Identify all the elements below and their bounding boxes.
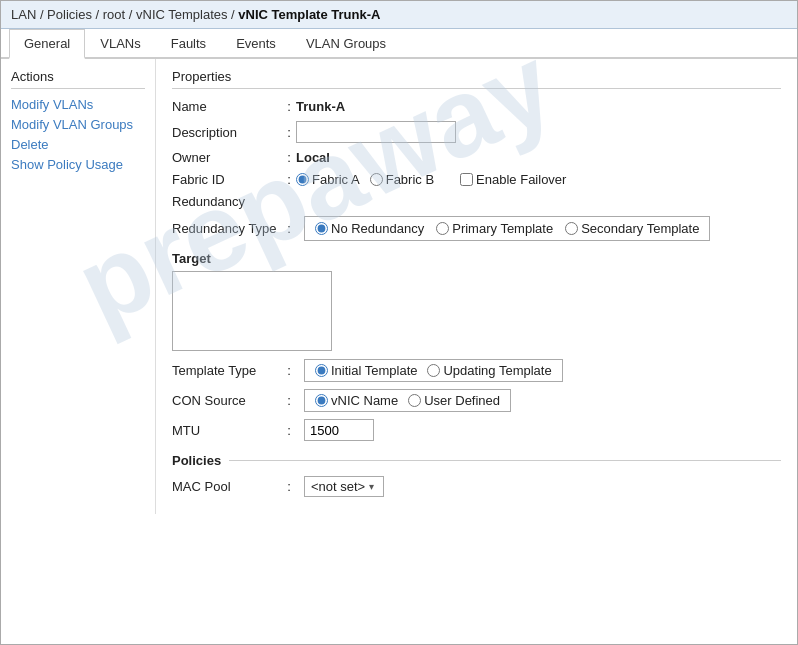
name-text: Trunk-A (296, 99, 345, 114)
primary-template-radio[interactable] (436, 222, 449, 235)
policies-title-row: Policies (172, 453, 781, 468)
primary-template-label: Primary Template (452, 221, 553, 236)
vnic-name-label: vNIC Name (331, 393, 398, 408)
target-title: Target (172, 251, 781, 266)
template-type-box: Initial Template Updating Template (304, 359, 563, 382)
secondary-template-option[interactable]: Secondary Template (565, 221, 699, 236)
secondary-template-label: Secondary Template (581, 221, 699, 236)
description-label: Description (172, 125, 282, 140)
sidebar-link-show-policy-usage[interactable]: Show Policy Usage (11, 157, 145, 172)
fabric-b-option[interactable]: Fabric B (370, 172, 434, 187)
redundancy-type-box: No Redundancy Primary Template Secondary… (304, 216, 710, 241)
mtu-input[interactable] (304, 419, 374, 441)
name-row: Name : Trunk-A (172, 99, 781, 114)
template-type-row: Template Type : Initial Template Updatin… (172, 359, 781, 382)
redundancy-type-label: Redundancy Type (172, 221, 282, 236)
owner-text: Local (296, 150, 330, 165)
initial-template-option[interactable]: Initial Template (315, 363, 417, 378)
primary-template-option[interactable]: Primary Template (436, 221, 553, 236)
fabric-a-radio[interactable] (296, 173, 309, 186)
breadcrumb-current: vNIC Template Trunk-A (238, 7, 380, 22)
owner-label: Owner (172, 150, 282, 165)
breadcrumb-path: LAN / Policies / root / vNIC Templates / (11, 7, 238, 22)
dropdown-arrow-icon: ▾ (369, 481, 374, 492)
initial-template-radio[interactable] (315, 364, 328, 377)
policies-title: Policies (172, 453, 221, 468)
redundancy-label: Redundancy (172, 194, 282, 209)
tab-events[interactable]: Events (221, 29, 291, 59)
vnic-name-option[interactable]: vNIC Name (315, 393, 398, 408)
tab-general[interactable]: General (9, 29, 85, 59)
policies-section: Policies MAC Pool : <not set> ▾ (172, 453, 781, 497)
fabric-b-label: Fabric B (386, 172, 434, 187)
fabric-b-radio[interactable] (370, 173, 383, 186)
fabric-a-option[interactable]: Fabric A (296, 172, 360, 187)
updating-template-label: Updating Template (443, 363, 551, 378)
mac-pool-label: MAC Pool (172, 479, 282, 494)
description-value (296, 121, 456, 143)
secondary-template-radio[interactable] (565, 222, 578, 235)
fabric-id-value: Fabric A Fabric B Enable Failover (296, 172, 566, 187)
fabric-id-row: Fabric ID : Fabric A Fabric B Enable Fai… (172, 172, 781, 187)
user-defined-radio[interactable] (408, 394, 421, 407)
enable-failover-option[interactable]: Enable Failover (460, 172, 566, 187)
updating-template-option[interactable]: Updating Template (427, 363, 551, 378)
description-row: Description : (172, 121, 781, 143)
target-section: Target (172, 251, 781, 351)
description-input[interactable] (296, 121, 456, 143)
properties-title: Properties (172, 69, 781, 89)
updating-template-radio[interactable] (427, 364, 440, 377)
con-source-row: CON Source : vNIC Name User Defined (172, 389, 781, 412)
initial-template-label: Initial Template (331, 363, 417, 378)
fabric-radio-group: Fabric A Fabric B Enable Failover (296, 172, 566, 187)
policies-divider (229, 460, 781, 461)
vnic-name-radio[interactable] (315, 394, 328, 407)
sidebar-link-modify-vlans[interactable]: Modify VLANs (11, 97, 145, 112)
sidebar: Actions Modify VLANs Modify VLAN Groups … (1, 59, 156, 514)
target-box (172, 271, 332, 351)
sidebar-title: Actions (11, 69, 145, 89)
properties-panel: Properties Name : Trunk-A Description : … (156, 59, 797, 514)
mac-pool-value: <not set> (311, 479, 365, 494)
no-redundancy-label: No Redundancy (331, 221, 424, 236)
mtu-row: MTU : (172, 419, 781, 441)
sidebar-link-delete[interactable]: Delete (11, 137, 145, 152)
name-value: Trunk-A (296, 99, 345, 114)
tab-vlans[interactable]: VLANs (85, 29, 155, 59)
no-redundancy-option[interactable]: No Redundancy (315, 221, 424, 236)
fabric-id-label: Fabric ID (172, 172, 282, 187)
mac-pool-row: MAC Pool : <not set> ▾ (172, 476, 781, 497)
tab-vlan-groups[interactable]: VLAN Groups (291, 29, 401, 59)
mtu-label: MTU (172, 423, 282, 438)
enable-failover-checkbox[interactable] (460, 173, 473, 186)
no-redundancy-radio[interactable] (315, 222, 328, 235)
mac-pool-dropdown[interactable]: <not set> ▾ (304, 476, 384, 497)
fabric-a-label: Fabric A (312, 172, 360, 187)
sidebar-link-modify-vlan-groups[interactable]: Modify VLAN Groups (11, 117, 145, 132)
tab-faults[interactable]: Faults (156, 29, 221, 59)
main-content: Actions Modify VLANs Modify VLAN Groups … (1, 59, 797, 514)
redundancy-row: Redundancy (172, 194, 781, 209)
user-defined-label: User Defined (424, 393, 500, 408)
enable-failover-label: Enable Failover (476, 172, 566, 187)
tab-bar: General VLANs Faults Events VLAN Groups (1, 29, 797, 59)
redundancy-type-row: Redundancy Type : No Redundancy Primary … (172, 216, 781, 241)
user-defined-option[interactable]: User Defined (408, 393, 500, 408)
con-source-box: vNIC Name User Defined (304, 389, 511, 412)
owner-row: Owner : Local (172, 150, 781, 165)
con-source-label: CON Source (172, 393, 282, 408)
owner-value: Local (296, 150, 330, 165)
name-label: Name (172, 99, 282, 114)
template-type-label: Template Type (172, 363, 282, 378)
breadcrumb: LAN / Policies / root / vNIC Templates /… (1, 1, 797, 29)
